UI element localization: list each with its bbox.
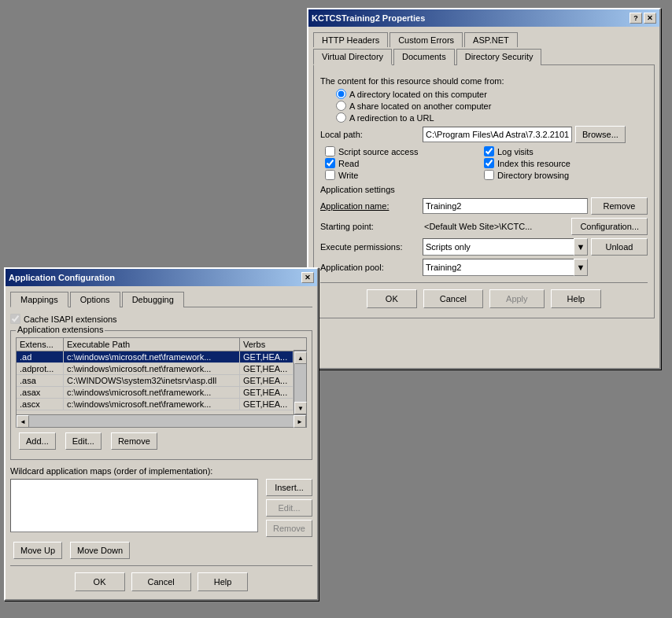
extension-btn-row: Add... Edit... Remove (16, 432, 307, 450)
table-row[interactable]: .ad c:\windows\microsoft.net\framework..… (17, 351, 294, 363)
content-source-label: The content for this resource should com… (320, 76, 648, 86)
close-title-btn[interactable]: ✕ (644, 13, 656, 24)
scroll-left-btn[interactable]: ◄ (17, 415, 29, 428)
app-name-row: Application name: Remove (320, 197, 648, 215)
properties-content: HTTP Headers Custom Errors ASP.NET Virtu… (308, 27, 659, 323)
app-settings-heading: Application settings (320, 185, 648, 194)
checkbox-read-label: Read (338, 159, 359, 168)
cell-path-3: c:\windows\microsoft.net\framework... (64, 387, 240, 398)
edit-wildcard-btn[interactable]: Edit... (266, 499, 312, 517)
tab-documents[interactable]: Documents (393, 49, 455, 65)
tab-options[interactable]: Options (70, 292, 120, 307)
cancel-button[interactable]: Cancel (423, 289, 483, 308)
separator (10, 565, 312, 566)
checkbox-index: Index this resource (484, 158, 643, 168)
app-pool-select[interactable]: Training2 (423, 259, 588, 276)
appconfig-close-btn[interactable]: ✕ (301, 272, 314, 283)
remove-extension-btn[interactable]: Remove (111, 432, 157, 450)
add-extension-btn[interactable]: Add... (19, 432, 56, 450)
wildcard-section: Wildcard application maps (order of impl… (10, 466, 312, 537)
tab-http-headers[interactable]: HTTP Headers (313, 32, 388, 47)
cell-path-0: c:\windows\microsoft.net\framework... (64, 351, 240, 362)
checkbox-script-source-input[interactable] (325, 146, 335, 156)
col-header-ext: Extens... (17, 338, 64, 351)
table-row[interactable]: .ascx c:\windows\microsoft.net\framework… (17, 399, 294, 410)
help-title-btn[interactable]: ? (630, 13, 642, 24)
app-name-input[interactable] (423, 198, 588, 214)
appconfig-help-btn[interactable]: Help (198, 572, 249, 591)
app-settings-section: Application settings Application name: R… (320, 185, 648, 276)
radio-local-dir-input[interactable] (336, 89, 346, 99)
radio-share: A share located on another computer (336, 101, 648, 111)
dialog-buttons: OK Cancel Apply Help (320, 282, 648, 311)
scroll-right-btn[interactable]: ► (294, 415, 306, 428)
scroll-down-btn[interactable]: ▼ (294, 402, 307, 414)
app-pool-label: Application pool: (320, 263, 423, 272)
cache-isapi-label: Cache ISAPI extensions (24, 315, 117, 324)
appconfig-tab-bar: Mappings Options Debugging (10, 291, 312, 307)
radio-share-input[interactable] (336, 101, 346, 111)
appconfig-cancel-btn[interactable]: Cancel (131, 572, 191, 591)
checkbox-index-input[interactable] (484, 158, 494, 168)
extensions-table-container: Extens... Executable Path Verbs .ad c:\w… (16, 337, 307, 428)
checkbox-dir-browsing: Directory browsing (484, 170, 643, 180)
cache-isapi-checkbox[interactable] (10, 314, 20, 324)
checkbox-dir-browsing-label: Directory browsing (497, 171, 569, 180)
insert-wildcard-btn[interactable]: Insert... (266, 479, 312, 496)
cell-verbs-1: GET,HEA... (240, 363, 294, 374)
appconfig-title-bar: Application Configuration ✕ (6, 269, 317, 286)
table-row[interactable]: .adprot... c:\windows\microsoft.net\fram… (17, 363, 294, 375)
tab-content: The content for this resource should com… (313, 64, 655, 318)
tab-mappings[interactable]: Mappings (10, 292, 68, 307)
browse-button[interactable]: Browse... (575, 126, 626, 143)
edit-extension-btn[interactable]: Edit... (65, 432, 102, 450)
properties-window: KCTCSTraining2 Properties ? ✕ HTTP Heade… (307, 8, 661, 370)
move-down-btn[interactable]: Move Down (70, 542, 130, 559)
unload-button[interactable]: Unload (591, 238, 648, 256)
radio-local-dir: A directory located on this computer (336, 89, 648, 99)
apply-button[interactable]: Apply (489, 289, 545, 308)
execute-permissions-row: Execute permissions: None Scripts only S… (320, 238, 648, 256)
execute-permissions-select[interactable]: None Scripts only Scripts and Executable… (423, 238, 588, 256)
table-row[interactable]: .asa C:\WINDOWS\system32\inetsrv\asp.dll… (17, 375, 294, 387)
extensions-table-body: .ad c:\windows\microsoft.net\framework..… (17, 351, 294, 414)
radio-redirect-label: A redirection to a URL (349, 113, 434, 123)
checkbox-read-input[interactable] (325, 158, 335, 168)
checkbox-log-visits: Log visits (484, 146, 643, 156)
tab-row-1: HTTP Headers Custom Errors ASP.NET (313, 31, 655, 46)
scroll-up-btn[interactable]: ▲ (294, 351, 307, 364)
local-path-label: Local path: (320, 130, 423, 139)
tab-aspnet[interactable]: ASP.NET (464, 32, 518, 47)
wildcard-list[interactable] (10, 479, 258, 532)
local-path-row: Local path: Browse... (320, 126, 648, 143)
remove-wildcard-btn[interactable]: Remove (266, 520, 312, 537)
tab-debugging[interactable]: Debugging (122, 292, 184, 307)
app-extensions-group: Application extensions Extens... Executa… (10, 330, 312, 460)
radio-redirect-input[interactable] (336, 112, 346, 123)
cell-ext-3: .asax (17, 387, 64, 398)
app-name-label-text: Application name: (320, 201, 389, 211)
appconfig-ok-btn[interactable]: OK (75, 572, 125, 591)
tab-virtual-directory[interactable]: Virtual Directory (313, 49, 392, 65)
configuration-button[interactable]: Configuration... (571, 218, 648, 235)
app-name-label: Application name: (320, 201, 423, 211)
remove-button[interactable]: Remove (591, 197, 648, 215)
checkbox-script-source-label: Script source access (338, 147, 418, 156)
checkbox-index-label: Index this resource (497, 159, 570, 168)
title-bar-controls: ? ✕ (630, 13, 656, 24)
checkbox-log-visits-input[interactable] (484, 146, 494, 156)
tab-custom-errors[interactable]: Custom Errors (390, 32, 463, 47)
table-row[interactable]: .asax c:\windows\microsoft.net\framework… (17, 387, 294, 399)
ok-button[interactable]: OK (367, 289, 417, 308)
move-btns-row: Move Up Move Down (10, 542, 312, 559)
checkbox-write-input[interactable] (325, 170, 335, 180)
local-path-input[interactable] (423, 127, 572, 142)
move-up-btn[interactable]: Move Up (13, 542, 62, 559)
radio-share-label: A share located on another computer (349, 101, 491, 111)
help-button[interactable]: Help (551, 289, 602, 308)
tab-directory-security[interactable]: Directory Security (456, 49, 542, 65)
checkbox-dir-browsing-input[interactable] (484, 170, 494, 180)
cell-verbs-4: GET,HEA... (240, 399, 294, 410)
appconfig-title: Application Configuration (9, 273, 115, 282)
checkbox-log-visits-label: Log visits (497, 147, 534, 156)
